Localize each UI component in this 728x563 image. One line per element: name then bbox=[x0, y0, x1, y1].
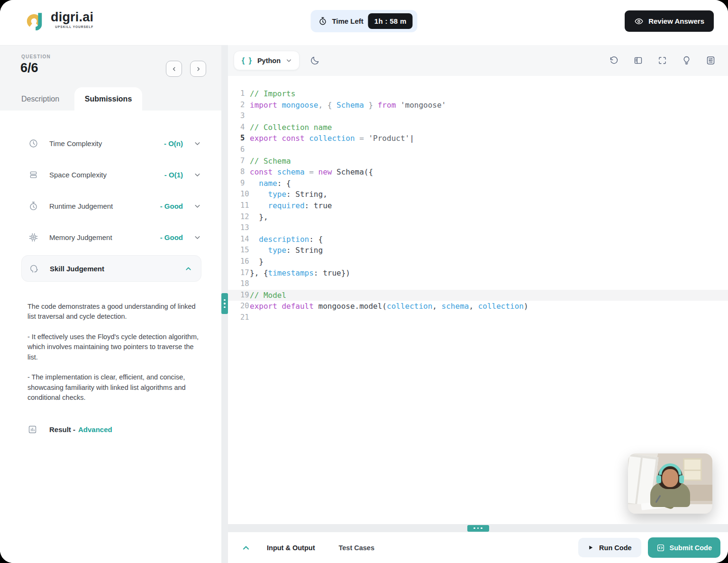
metric-label: Space Complexity bbox=[49, 171, 107, 179]
chip-icon bbox=[28, 232, 39, 242]
chevron-right-icon bbox=[195, 66, 201, 72]
code-line[interactable]: 19// Model bbox=[228, 290, 728, 301]
submit-code-button[interactable]: Submit Code bbox=[648, 537, 720, 558]
console-resize-handle[interactable] bbox=[467, 525, 489, 532]
line-number: 12 bbox=[228, 212, 250, 223]
sidebar-resize-handle[interactable] bbox=[221, 293, 228, 314]
language-label: Python bbox=[257, 57, 281, 65]
code-line[interactable]: 7// Schema bbox=[228, 156, 728, 167]
chevron-down-icon[interactable] bbox=[193, 139, 201, 148]
metric-row[interactable]: Time Complexity- O(n) bbox=[0, 128, 221, 159]
settings-icon[interactable] bbox=[706, 55, 716, 65]
code-line[interactable]: 11 required: true bbox=[228, 200, 728, 212]
metric-row[interactable]: Runtime Judgement- Good bbox=[0, 190, 221, 222]
reset-icon[interactable] bbox=[609, 55, 619, 65]
language-select[interactable]: { } Python bbox=[234, 51, 300, 70]
run-code-button[interactable]: Run Code bbox=[578, 538, 641, 557]
chevron-up-icon bbox=[241, 543, 251, 553]
metric-value: - Good bbox=[160, 233, 183, 241]
code-line[interactable]: 18 bbox=[228, 278, 728, 290]
skill-paragraph: - The implementation is clear, efficient… bbox=[27, 372, 202, 403]
code-line[interactable]: 15 type: String bbox=[228, 245, 728, 256]
previous-question-button[interactable] bbox=[166, 61, 182, 77]
code-text: // Collection name bbox=[250, 122, 332, 133]
code-line[interactable]: 10 type: String, bbox=[228, 189, 728, 200]
result-row: Result - Advanced bbox=[0, 413, 221, 434]
metric-label: Memory Judgement bbox=[49, 233, 112, 241]
logo-text: digri.ai bbox=[51, 10, 93, 25]
metric-value: - O(1) bbox=[164, 171, 183, 179]
split-panel-icon[interactable] bbox=[633, 55, 643, 65]
line-number: 14 bbox=[228, 234, 250, 245]
expand-console-button[interactable] bbox=[241, 543, 251, 553]
skill-judgement-text: The code demonstrates a good understandi… bbox=[0, 288, 221, 403]
code-line[interactable]: 12 }, bbox=[228, 212, 728, 223]
code-line[interactable]: 21 bbox=[228, 312, 728, 323]
moon-icon bbox=[310, 55, 320, 65]
line-number: 18 bbox=[228, 278, 250, 290]
chevron-up-icon[interactable] bbox=[184, 265, 192, 273]
chevron-down-icon[interactable] bbox=[193, 233, 201, 241]
code-text: }, {timestamps: true}) bbox=[250, 268, 350, 279]
play-icon bbox=[588, 545, 594, 551]
bottom-bar: Input & Output Test Cases Run Code Submi… bbox=[228, 532, 728, 563]
code-line[interactable]: 16 } bbox=[228, 256, 728, 268]
code-line[interactable]: 4// Collection name bbox=[228, 122, 728, 133]
metrics-list: Time Complexity- O(n)Space Complexity- O… bbox=[0, 111, 221, 282]
code-text: required: true bbox=[250, 200, 332, 212]
code-line[interactable]: 17}, {timestamps: true}) bbox=[228, 268, 728, 279]
code-line[interactable]: 5export const collection = 'Product'| bbox=[228, 133, 728, 144]
code-text: const schema = new Schema({ bbox=[250, 166, 373, 178]
dark-mode-toggle[interactable] bbox=[310, 55, 320, 65]
code-text: }, bbox=[250, 212, 268, 223]
code-line[interactable]: 8const schema = new Schema({ bbox=[228, 166, 728, 178]
time-left-value: 1h : 58 m bbox=[368, 13, 413, 29]
review-answers-button[interactable]: Review Answers bbox=[625, 10, 714, 32]
code-line[interactable]: 14 description: { bbox=[228, 234, 728, 245]
line-number: 13 bbox=[228, 222, 250, 234]
code-line[interactable]: 1// Imports bbox=[228, 88, 728, 100]
line-number: 9 bbox=[228, 178, 250, 189]
metric-label: Runtime Judgement bbox=[49, 202, 113, 210]
line-number: 21 bbox=[228, 312, 250, 323]
line-number: 1 bbox=[228, 88, 250, 100]
code-text: description: { bbox=[250, 234, 323, 245]
head-icon bbox=[29, 264, 39, 274]
tab-submissions[interactable]: Submissions bbox=[74, 87, 142, 111]
code-line[interactable]: 6 bbox=[228, 144, 728, 156]
code-line[interactable]: 13 bbox=[228, 222, 728, 234]
chevron-left-icon bbox=[171, 66, 177, 72]
tab-test-cases[interactable]: Test Cases bbox=[338, 544, 374, 552]
chevron-down-icon bbox=[285, 57, 292, 64]
logo[interactable]: digri.ai UPSKILL YOURSELF bbox=[26, 10, 93, 30]
webcam-video[interactable] bbox=[628, 453, 712, 514]
code-braces-icon: { } bbox=[242, 56, 253, 65]
line-number: 4 bbox=[228, 122, 250, 133]
next-question-button[interactable] bbox=[190, 61, 206, 77]
metric-row[interactable]: Memory Judgement- Good bbox=[0, 222, 221, 253]
chevron-down-icon[interactable] bbox=[193, 202, 201, 210]
line-number: 19 bbox=[228, 290, 250, 301]
code-text: // Imports bbox=[250, 88, 295, 100]
metric-row-skill-judgement[interactable]: Skill Judgement bbox=[21, 255, 201, 282]
submit-code-label: Submit Code bbox=[670, 544, 712, 552]
line-number: 8 bbox=[228, 166, 250, 178]
question-counter: 6/6 bbox=[20, 61, 38, 75]
chevron-down-icon[interactable] bbox=[193, 171, 201, 179]
tab-input-output[interactable]: Input & Output bbox=[267, 544, 315, 552]
metric-row[interactable]: Space Complexity- O(1) bbox=[0, 159, 221, 190]
code-text: type: String, bbox=[250, 189, 328, 200]
line-number: 20 bbox=[228, 301, 250, 312]
code-line[interactable]: 3 bbox=[228, 111, 728, 122]
code-line[interactable]: 20export default mongoose.model(collecti… bbox=[228, 301, 728, 312]
editor-toolbar: { } Python bbox=[228, 45, 728, 76]
fullscreen-icon[interactable] bbox=[657, 55, 667, 65]
code-text: type: String bbox=[250, 245, 323, 256]
code-line[interactable]: 2import mongoose, { Schema } from 'mongo… bbox=[228, 100, 728, 111]
code-text: // Schema bbox=[250, 156, 291, 167]
code-line[interactable]: 9 name: { bbox=[228, 178, 728, 189]
tab-description[interactable]: Description bbox=[21, 95, 59, 103]
hint-bulb-icon[interactable] bbox=[682, 55, 692, 65]
line-number: 11 bbox=[228, 200, 250, 212]
logo-tagline: UPSKILL YOURSELF bbox=[55, 25, 93, 28]
